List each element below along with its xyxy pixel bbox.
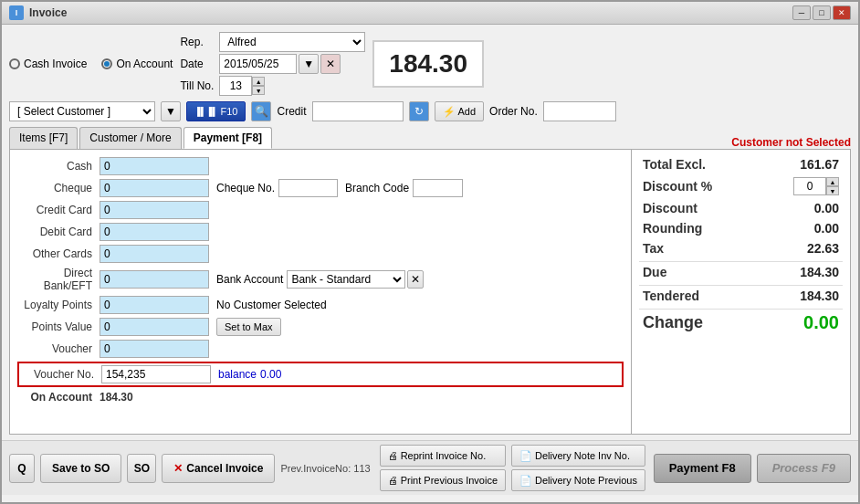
other-cards-row: Other Cards (17, 245, 624, 263)
title-bar-left: I Invoice (9, 5, 67, 20)
printer-icon-1: 🖨 (388, 450, 398, 461)
till-spin-controls: ▲ ▼ (252, 77, 265, 95)
direct-bank-label: Direct Bank/EFT (17, 267, 100, 292)
bank-account-select[interactable]: Bank - Standard (287, 270, 405, 289)
printer-icon-2: 🖨 (388, 475, 398, 486)
customer-dropdown-button[interactable]: ▼ (161, 101, 181, 121)
maximize-button[interactable]: □ (813, 5, 831, 20)
till-spin-up[interactable]: ▲ (252, 77, 265, 86)
cheque-no-label: Cheque No. (216, 182, 275, 194)
change-value: 0.00 (775, 312, 839, 333)
cheque-row: Cheque Cheque No. Branch Code (17, 179, 624, 197)
set-to-max-button[interactable]: Set to Max (216, 318, 281, 336)
tax-value: 22.63 (775, 241, 839, 256)
cash-invoice-radio[interactable]: Cash Invoice (9, 58, 87, 70)
print-previous-invoice-button[interactable]: 🖨 Print Previous Invoice (380, 469, 506, 491)
date-picker-button[interactable]: ▼ (299, 54, 319, 74)
q-icon: Q (17, 462, 26, 475)
cheque-no-input[interactable] (278, 179, 338, 197)
voucher-no-row: Voucher No. balance 0.00 (17, 362, 624, 387)
credit-input[interactable] (312, 101, 404, 121)
reprint-invoice-button[interactable]: 🖨 Reprint Invoice No. (380, 445, 506, 467)
rounding-label: Rounding (643, 221, 702, 236)
cheque-input[interactable] (100, 179, 209, 197)
credit-card-label: Credit Card (17, 204, 100, 216)
doc-icon-1: 📄 (519, 450, 532, 462)
total-excl-label: Total Excl. (643, 157, 706, 172)
credit-label: Credit (277, 105, 306, 118)
cash-input[interactable] (100, 157, 209, 175)
till-spinner: ▲ ▼ (219, 76, 365, 96)
discount-pct-input[interactable] (793, 177, 826, 195)
till-spin-down[interactable]: ▼ (252, 86, 265, 95)
date-label: Date (180, 58, 214, 70)
cheque-label: Cheque (17, 182, 100, 194)
invoice-type-radio-group: Cash Invoice On Account (9, 58, 173, 70)
debit-card-input[interactable] (100, 223, 209, 241)
discount-spin-up[interactable]: ▲ (826, 177, 839, 186)
change-row: Change 0.00 (639, 312, 843, 333)
cash-radio-circle (9, 58, 20, 69)
balance-value: 0.00 (260, 368, 281, 381)
date-clear-button[interactable]: ✕ (320, 54, 341, 74)
delivery-note-prev-button[interactable]: 📄 Delivery Note Previous (511, 469, 645, 491)
loyalty-points-row: Loyalty Points No Customer Selected (17, 296, 624, 314)
tendered-value: 184.30 (775, 289, 839, 303)
main-area: Cash Cheque Cheque No. Branch Code (9, 149, 851, 435)
tax-label: Tax (643, 241, 664, 256)
customer-select[interactable]: [ Select Customer ] (9, 101, 155, 121)
discount-spin-controls: ▲ ▼ (826, 177, 839, 195)
branch-code-label: Branch Code (345, 182, 409, 194)
due-value: 184.30 (775, 265, 839, 279)
debit-card-label: Debit Card (17, 226, 100, 238)
discount-value: 0.00 (775, 201, 839, 215)
tab-payment[interactable]: Payment [F8] (184, 127, 272, 149)
points-value-label: Points Value (17, 320, 100, 333)
cancel-invoice-button[interactable]: ✕ Cancel Invoice (162, 454, 275, 483)
branch-code-input[interactable] (413, 179, 463, 197)
add-button[interactable]: ⚡ Add (435, 101, 485, 121)
title-bar-controls: ─ □ ✕ (792, 5, 851, 20)
print-buttons-group: 🖨 Reprint Invoice No. 🖨 Print Previous I… (380, 445, 506, 491)
credit-card-input[interactable] (100, 201, 209, 219)
other-cards-input[interactable] (100, 245, 209, 263)
discount-spin-down[interactable]: ▼ (826, 186, 839, 195)
bank-account-clear-button[interactable]: ✕ (407, 270, 424, 289)
date-input[interactable] (219, 54, 297, 74)
on-account-value: 184.30 (100, 391, 133, 404)
process-f9-button[interactable]: Process F9 (757, 454, 851, 483)
save-to-so-button[interactable]: Save to SO (40, 454, 121, 483)
amount-display: 184.30 (372, 40, 484, 88)
delivery-buttons-group: 📄 Delivery Note Inv No. 📄 Delivery Note … (511, 445, 645, 491)
tab-items[interactable]: Items [F7] (9, 127, 78, 149)
close-button[interactable]: ✕ (833, 5, 851, 20)
cash-invoice-label: Cash Invoice (24, 58, 87, 70)
loyalty-points-input[interactable] (100, 296, 209, 314)
discount-pct-label: Discount % (643, 179, 712, 194)
on-account-label: On Account (116, 58, 173, 70)
on-account-radio[interactable]: On Account (101, 58, 173, 70)
points-value-input[interactable] (100, 318, 209, 336)
search-customer-button[interactable]: 🔍 (251, 101, 271, 121)
other-cards-label: Other Cards (17, 247, 100, 260)
main-window: I Invoice ─ □ ✕ Cash Invoice On Account (0, 0, 860, 504)
f10-button[interactable]: ▐▌▐▌ F10 (186, 101, 246, 121)
credit-refresh-button[interactable]: ↻ (409, 101, 429, 121)
minimize-button[interactable]: ─ (792, 5, 811, 20)
payment-left-panel: Cash Cheque Cheque No. Branch Code (9, 149, 632, 435)
delivery-note-inv-button[interactable]: 📄 Delivery Note Inv No. (511, 445, 645, 467)
order-no-input[interactable] (543, 101, 616, 121)
till-input[interactable] (219, 76, 252, 96)
prev-invoice-no: Prev.InvoiceNo: 113 (280, 463, 370, 474)
direct-bank-input[interactable] (100, 270, 209, 289)
voucher-row: Voucher (17, 340, 624, 358)
voucher-input[interactable] (100, 340, 209, 358)
tab-customer[interactable]: Customer / More (79, 127, 181, 149)
so-button[interactable]: SO (127, 454, 156, 483)
rep-select[interactable]: Alfred (219, 32, 365, 52)
payment-f8-button[interactable]: Payment F8 (654, 454, 751, 483)
voucher-no-input[interactable] (101, 365, 211, 383)
q-button[interactable]: Q (9, 454, 35, 483)
add-label: Add (458, 106, 477, 117)
discount-pct-row: Discount % ▲ ▼ (639, 177, 843, 195)
